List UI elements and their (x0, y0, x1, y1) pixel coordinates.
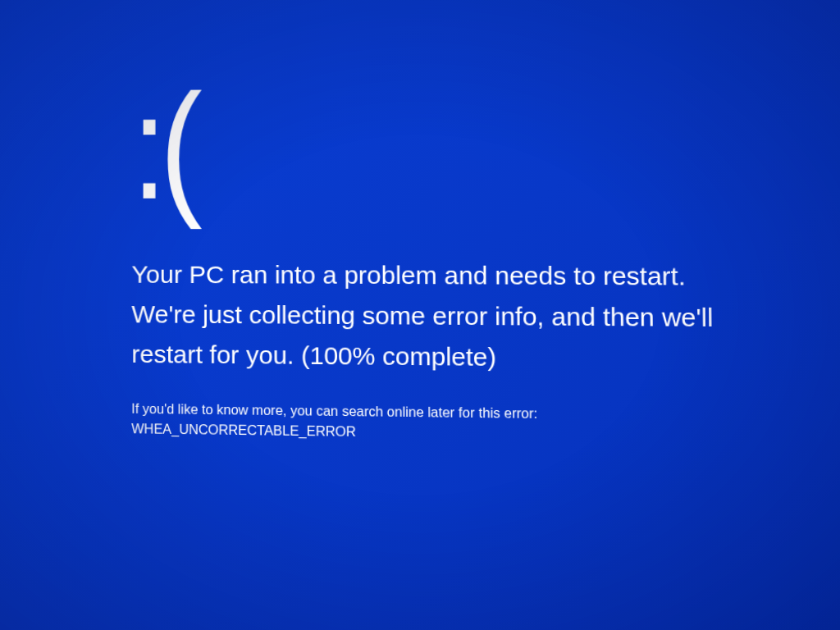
error-message: Your PC ran into a problem and needs to … (131, 254, 740, 380)
bsod-screen: :( Your PC ran into a problem and needs … (0, 0, 840, 450)
error-hint: If you'd like to know more, you can sear… (131, 399, 741, 448)
sad-face-icon: :( (131, 68, 644, 221)
